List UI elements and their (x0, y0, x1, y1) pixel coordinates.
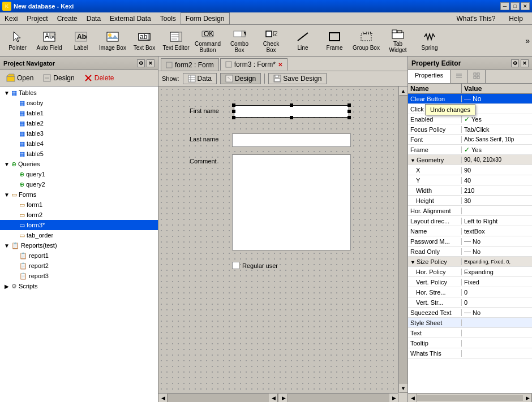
close-button[interactable]: ✕ (521, 2, 530, 10)
tree-form2[interactable]: ▭ form2 (0, 210, 158, 220)
command-button-button[interactable]: OK Command Button (192, 27, 223, 55)
pointer-tool-button[interactable]: Pointer (2, 27, 33, 55)
prop-row-size-policy[interactable]: ▼Size Policy Expanding, Fixed, 0, (408, 257, 532, 267)
open-button[interactable]: Open (2, 72, 37, 84)
delete-button[interactable]: Delete (80, 72, 118, 84)
tree-table5[interactable]: ▦ table5 (0, 149, 158, 159)
line-button[interactable]: Line (288, 27, 318, 55)
combo-box-button[interactable]: ▼ Combo Box (224, 27, 255, 55)
prop-row-height[interactable]: Height 30 (408, 196, 532, 206)
prop-scroll-track[interactable] (417, 395, 523, 401)
menu-external-data[interactable]: External Data (105, 12, 156, 24)
prop-row-whats-this[interactable]: Whats This (408, 348, 532, 358)
navigator-settings-button[interactable]: ⚙ (137, 59, 145, 67)
image-box-button[interactable]: Image Box (97, 27, 128, 55)
scroll-track-v[interactable] (399, 96, 408, 384)
menu-help[interactable]: Help (504, 14, 527, 24)
maximize-button[interactable]: □ (510, 2, 520, 10)
check-box-button[interactable]: ☑ Check Box (256, 27, 286, 55)
tree-queries[interactable]: ▼ ⊕ Queries (0, 159, 158, 169)
design-view-button[interactable]: Design (220, 73, 261, 84)
prop-scroll-right-button[interactable]: ▶ (523, 394, 532, 403)
comment-textarea[interactable] (232, 154, 351, 250)
prop-row-x[interactable]: X 90 (408, 165, 532, 175)
prop-row-vert-stretch[interactable]: Vert. Str... 0 (408, 297, 532, 308)
prop-row-enabled[interactable]: Enabled ✓ Yes (408, 114, 532, 124)
tree-tables[interactable]: ▼ ▦ Tables (0, 88, 158, 98)
tree-form3[interactable]: ▭ form3* (0, 220, 158, 230)
property-editor-close-button[interactable]: ✕ (521, 59, 529, 67)
nav-right-button[interactable]: ▶ (279, 394, 288, 403)
auto-field-button[interactable]: Abc Auto Field (34, 27, 65, 55)
tree-table1[interactable]: ▦ table1 (0, 108, 158, 118)
prop-row-layout-direction[interactable]: Layout direc... Left to Right (408, 216, 532, 226)
prop-row-text[interactable]: Text (408, 328, 532, 338)
menu-project[interactable]: Project (22, 12, 52, 24)
tree-report3[interactable]: 📋 report3 (0, 271, 158, 281)
tab-form2[interactable]: form2 : Form (161, 58, 219, 71)
nav-left-button[interactable]: ◀ (269, 394, 278, 403)
properties-tab[interactable]: Properties (408, 70, 451, 83)
scroll-up-button[interactable]: ▲ (399, 87, 408, 96)
form-canvas[interactable]: First name Last name (158, 87, 398, 393)
menu-form-design[interactable]: Form Design (181, 12, 230, 24)
tab-form3[interactable]: form3 : Form* ✕ (220, 58, 288, 71)
tab-widget-button[interactable]: Tab Widget (383, 27, 413, 55)
handle-bl[interactable] (232, 116, 235, 119)
prop-row-password-mode[interactable]: Password M... — No (408, 236, 532, 247)
menu-create[interactable]: Create (53, 12, 82, 24)
property-editor-settings-button[interactable]: ⚙ (511, 59, 519, 67)
grid-view-tab[interactable] (468, 70, 486, 83)
tree-query1[interactable]: ⊕ query1 (0, 169, 158, 179)
tree-form1[interactable]: ▭ form1 (0, 200, 158, 210)
menu-whats-this[interactable]: What's This? (452, 14, 500, 24)
prop-row-name[interactable]: Name textBox (408, 226, 532, 236)
handle-bm[interactable] (290, 116, 293, 119)
handle-br[interactable] (347, 116, 351, 119)
tree-tab-order[interactable]: ▭ tab_order (0, 230, 158, 240)
handle-mr[interactable] (347, 110, 351, 113)
prop-row-hor-alignment[interactable]: Hor. Alignment (408, 206, 532, 216)
prop-row-clear-button[interactable]: Clear Button — No (408, 94, 532, 104)
prop-row-read-only[interactable]: Read Only — No (408, 247, 532, 257)
prop-row-squeezed-text[interactable]: Squeezed Text — No (408, 308, 532, 318)
tree-query2[interactable]: ⊕ query2 (0, 179, 158, 189)
label-button[interactable]: Abc Label (66, 27, 96, 55)
tree-report2[interactable]: 📋 report2 (0, 261, 158, 271)
regular-user-checkbox[interactable]: Regular user (232, 262, 278, 269)
tree-reports[interactable]: ▼ 📋 Reports(test) (0, 240, 158, 250)
handle-tr[interactable] (347, 103, 351, 107)
handle-ml[interactable] (232, 110, 235, 113)
scroll-right-button[interactable]: ▶ (389, 394, 398, 403)
prop-row-geometry[interactable]: ▼Geometry 90, 40, 210x30 (408, 155, 532, 165)
prop-row-hor-policy[interactable]: Hor. Policy Expanding (408, 267, 532, 277)
tree-table4[interactable]: ▦ table4 (0, 139, 158, 149)
scroll-left-button[interactable]: ◀ (158, 394, 168, 403)
tree-report1[interactable]: 📋 report1 (0, 250, 158, 261)
prop-row-y[interactable]: Y 40 (408, 175, 532, 185)
design-button[interactable]: Design (38, 72, 78, 84)
handle-tm[interactable] (290, 103, 293, 107)
tree-osoby[interactable]: ▦ osoby (0, 98, 158, 108)
spring-button[interactable]: Spring (414, 27, 445, 55)
menu-data[interactable]: Data (82, 12, 105, 24)
tab-form3-close[interactable]: ✕ (278, 62, 282, 68)
handle-tl[interactable] (232, 103, 235, 107)
tree-scripts[interactable]: ▶ ⚙ Scripts (0, 281, 158, 291)
tree-table2[interactable]: ▦ table2 (0, 118, 158, 128)
prop-row-width[interactable]: Width 210 (408, 185, 532, 196)
prop-row-hor-stretch[interactable]: Hor. Stre... 0 (408, 287, 532, 297)
prop-row-vert-policy[interactable]: Vert. Policy Fixed (408, 277, 532, 287)
navigator-close-button[interactable]: ✕ (147, 59, 155, 67)
prop-row-font[interactable]: Font Abc Sans Serif, 10p (408, 135, 532, 145)
text-editor-button[interactable]: Text Editor (161, 27, 191, 55)
menu-tools[interactable]: Tools (156, 12, 181, 24)
text-box-button[interactable]: ab| Text Box (129, 27, 160, 55)
list-view-tab[interactable] (451, 70, 468, 83)
prop-row-tooltip[interactable]: Tooltip (408, 338, 532, 348)
menu-kexi[interactable]: Kexi (0, 12, 22, 24)
prop-scroll-left-button[interactable]: ◀ (408, 394, 417, 403)
data-view-button[interactable]: Data (183, 73, 217, 84)
tree-table3[interactable]: ▦ table3 (0, 128, 158, 139)
prop-row-frame[interactable]: Frame ✓ Yes (408, 145, 532, 155)
